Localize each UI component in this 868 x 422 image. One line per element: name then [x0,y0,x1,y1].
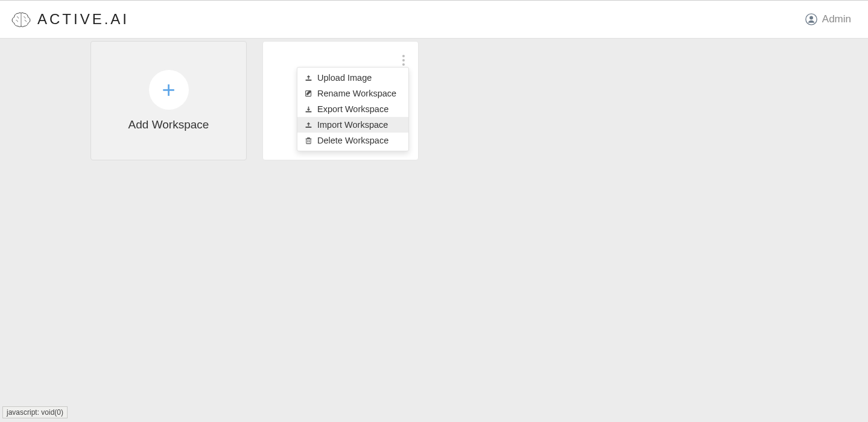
brand-logo[interactable]: ACTIVE.AI [11,10,129,28]
app-header: ACTIVE.AI Admin [0,0,868,39]
menu-item-label: Import Workspace [317,120,388,130]
kebab-dot-icon [402,55,405,57]
user-icon [805,13,817,25]
user-name-label: Admin [822,13,851,25]
workspace-dropdown-menu: Upload Image Rename Workspace Export Wor… [297,67,409,151]
kebab-menu-button[interactable] [400,52,407,68]
menu-item-import-workspace[interactable]: Import Workspace [297,117,408,133]
kebab-dot-icon [402,59,405,61]
upload-icon [305,74,312,82]
trash-icon [305,137,312,145]
brain-icon [11,10,31,28]
user-menu[interactable]: Admin [805,13,851,25]
plus-icon: + [162,78,175,101]
menu-item-export-workspace[interactable]: Export Workspace [297,101,408,117]
add-workspace-label: Add Workspace [128,118,209,131]
menu-item-delete-workspace[interactable]: Delete Workspace [297,133,408,148]
plus-circle: + [149,70,189,110]
svg-rect-6 [306,139,311,143]
svg-rect-4 [306,111,312,112]
svg-rect-2 [306,79,312,80]
brand-name: ACTIVE.AI [37,11,129,28]
svg-point-1 [809,16,813,20]
svg-rect-5 [306,126,312,127]
menu-item-label: Upload Image [317,73,372,83]
kebab-dot-icon [402,63,405,66]
status-bar: javascript: void(0) [2,406,68,418]
menu-item-upload-image[interactable]: Upload Image [297,70,408,86]
workspace-card[interactable]: Upload Image Rename Workspace Export Wor… [262,41,419,160]
upload-icon [305,121,312,129]
menu-item-rename-workspace[interactable]: Rename Workspace [297,86,408,101]
workspace-grid: + Add Workspace Upload Image R [0,39,868,160]
menu-item-label: Delete Workspace [317,136,388,145]
download-icon [305,106,312,113]
menu-item-label: Rename Workspace [317,89,396,98]
menu-item-label: Export Workspace [317,104,388,114]
add-workspace-card[interactable]: + Add Workspace [90,41,247,160]
edit-icon [305,90,312,98]
